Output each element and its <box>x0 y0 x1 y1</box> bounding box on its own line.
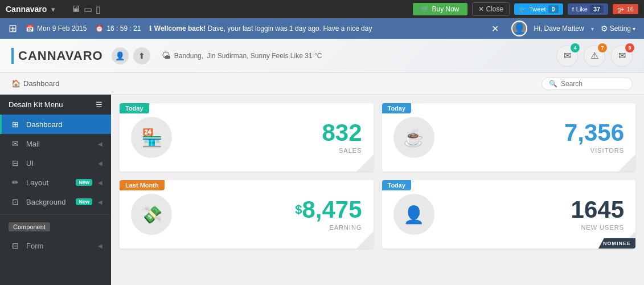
visitors-data: 7,356 Visitors <box>564 121 624 154</box>
grid-icon[interactable]: ⊞ <box>9 22 17 35</box>
layout-icon: ✏ <box>10 178 20 187</box>
mobile-icon[interactable]: ▯ <box>96 4 101 15</box>
sidebar-layout-label: Layout <box>26 178 70 187</box>
background-badge: New <box>76 198 92 205</box>
earning-badge: Last Month <box>120 180 165 190</box>
users-label: New Users <box>571 224 624 231</box>
alert-notification[interactable]: ⚠ 7 <box>584 45 605 67</box>
facebook-button[interactable]: f Like 37 <box>568 3 609 15</box>
device-icons: 🖥 ▭ ▯ <box>71 4 101 15</box>
header-icons: 👤 ⬆ <box>112 47 150 64</box>
weather-widget: 🌤 Bandung, Jln Sudirman, Sunny Feels Lik… <box>162 51 322 61</box>
background-arrow-icon: ◀ <box>98 199 102 205</box>
sales-icon-circle: 🏪 <box>131 117 172 158</box>
earning-icon-circle: 💸 <box>131 194 172 235</box>
sidebar-divider <box>0 214 111 215</box>
desktop-icon[interactable]: 🖥 <box>71 4 80 14</box>
welcome-text: Wellcome back! <box>154 25 206 32</box>
sidebar-item-form[interactable]: ⊟ Form ◀ <box>0 236 111 255</box>
home-icon: 🏠 <box>11 79 20 88</box>
close-button[interactable]: ✕ Close <box>472 2 510 16</box>
sales-badge: Today <box>120 103 149 113</box>
sidebar: Desain Kit Menu ☰ ⊞ Dashboard ✉ Mail ◀ ⊟… <box>0 95 111 285</box>
ui-arrow-icon: ◀ <box>98 160 102 166</box>
users-badge: Today <box>382 180 412 190</box>
twitter-button[interactable]: 🐦 Tweet 0 <box>514 3 563 15</box>
form-arrow-icon: ◀ <box>98 243 102 249</box>
sidebar-menu-header: Desain Kit Menu ☰ <box>0 95 111 115</box>
notif-close-button[interactable]: ✕ <box>491 23 499 34</box>
breadcrumb-home[interactable]: 🏠 Dashboard <box>11 79 60 88</box>
user-name[interactable]: Hi, Dave Mattew <box>534 25 584 32</box>
alert-badge-count: 7 <box>598 43 607 52</box>
mail-icon: ✉ <box>10 139 20 148</box>
sidebar-item-dashboard[interactable]: ⊞ Dashboard <box>0 115 111 134</box>
search-box[interactable]: 🔍 <box>542 78 633 90</box>
nominee-badge: NOMINEE <box>598 238 635 249</box>
sidebar-background-label: Background <box>26 198 70 206</box>
sidebar-item-layout[interactable]: ✏ Layout New ◀ <box>0 173 111 192</box>
app-dropdown-icon[interactable]: ▾ <box>51 5 55 14</box>
users-number: 1645 <box>571 198 624 222</box>
sidebar-mail-label: Mail <box>26 140 92 148</box>
clock-icon: ⏰ <box>95 25 104 32</box>
mail-arrow-icon: ◀ <box>98 141 102 147</box>
visitors-icon-circle: ☕ <box>393 117 434 158</box>
search-input[interactable] <box>561 80 624 88</box>
sidebar-item-background[interactable]: ⊡ Background New ◀ <box>0 192 111 211</box>
earning-card-corner <box>356 231 374 249</box>
main-layout: Desain Kit Menu ☰ ⊞ Dashboard ✉ Mail ◀ ⊟… <box>0 95 644 285</box>
notif-bar-left: ⊞ 📅 Mon 9 Feb 2015 ⏰ 16 : 59 : 21 ℹ Well… <box>9 22 491 35</box>
facebook-count: 37 <box>590 5 604 13</box>
mail-notification[interactable]: ✉ 4 <box>556 45 578 67</box>
sidebar-item-mail[interactable]: ✉ Mail ◀ <box>0 134 111 153</box>
earning-card: Last Month 💸 $8,475 Earning <box>120 180 374 249</box>
header-user-icon[interactable]: 👤 <box>112 47 129 64</box>
message-badge-count: 9 <box>625 43 634 52</box>
search-icon: 🔍 <box>549 80 557 88</box>
logo: CANNAVARO <box>18 48 103 63</box>
breadcrumb-label: Dashboard <box>23 79 60 88</box>
calendar-icon: 📅 <box>26 25 34 32</box>
sidebar-ui-label: UI <box>26 159 92 168</box>
tablet-icon[interactable]: ▭ <box>84 4 92 15</box>
earning-number: $8,475 <box>295 198 362 222</box>
message-icon: ✉ <box>618 50 626 61</box>
header-upload-icon[interactable]: ⬆ <box>133 47 150 64</box>
date-text: Mon 9 Feb 2015 <box>37 25 87 32</box>
search-wrap: 🔍 <box>542 78 633 90</box>
gplus-button[interactable]: g+ 16 <box>613 4 638 14</box>
facebook-icon: f <box>572 6 574 13</box>
close-label: Close <box>486 5 504 13</box>
setting-button[interactable]: ⚙ Setting ▾ <box>601 24 635 33</box>
weather-detail: Jln Sudirman, Sunny Feels Like 31 °C <box>207 52 322 60</box>
sales-data: 832 SALES <box>322 121 362 154</box>
earning-data: $8,475 Earning <box>295 198 362 231</box>
twitter-label: Tweet <box>529 6 545 13</box>
info-icon: ℹ <box>149 25 152 32</box>
x-icon: ✕ <box>478 5 484 13</box>
layout-badge: New <box>76 179 92 186</box>
component-section: Component <box>0 218 111 236</box>
sidebar-item-ui[interactable]: ⊟ UI ◀ <box>0 153 111 173</box>
twitter-count: 0 <box>548 5 559 13</box>
weather-icon: 🌤 <box>162 51 171 61</box>
sales-number: 832 <box>322 121 362 145</box>
hamburger-icon[interactable]: ☰ <box>96 100 102 109</box>
message-notification[interactable]: ✉ 9 <box>611 45 633 67</box>
users-card: Today 👤 1645 New Users NOMINEE <box>382 180 636 249</box>
mail-icon: ✉ <box>564 50 571 61</box>
user-dropdown-arrow[interactable]: ▾ <box>591 26 594 32</box>
gplus-icon: g+ <box>617 6 625 13</box>
stats-grid: Today 🏪 832 SALES Today ☕ 7,356 Visitors <box>120 103 635 249</box>
header: CANNAVARO 👤 ⬆ 🌤 Bandung, Jln Sudirman, S… <box>0 39 644 73</box>
buy-label: Buy Now <box>432 5 460 13</box>
gplus-count: 16 <box>627 6 634 13</box>
setting-label: Setting <box>610 25 631 32</box>
earning-label: Earning <box>295 224 362 231</box>
visitors-label: Visitors <box>564 147 624 154</box>
top-bar: Cannavaro ▾ 🖥 ▭ ▯ 🛒 Buy Now ✕ Close 🐦 Tw… <box>0 0 644 18</box>
time-text: 16 : 59 : 21 <box>106 25 141 32</box>
visitors-number: 7,356 <box>564 121 624 145</box>
buy-now-button[interactable]: 🛒 Buy Now <box>413 3 467 15</box>
